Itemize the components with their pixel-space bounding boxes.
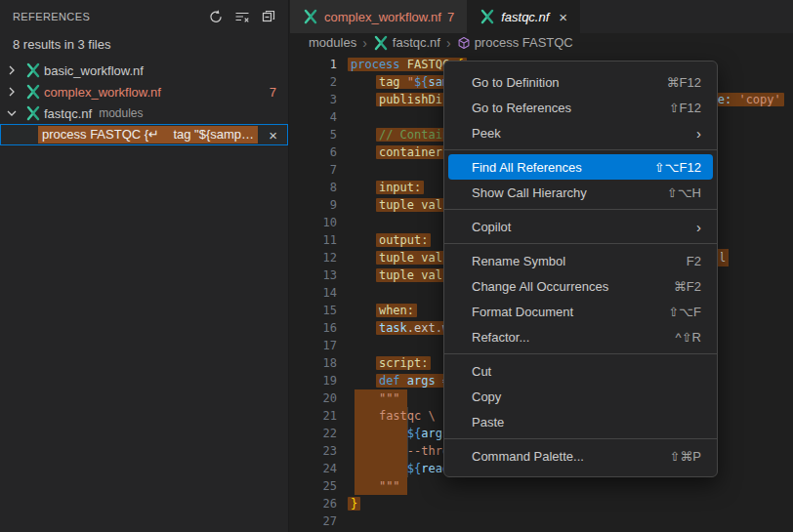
line-content: output: [351,231,428,249]
symbol-module-icon [457,36,471,50]
menu-item-label: Find All References [472,160,654,175]
tab-close-icon[interactable]: × [559,9,567,25]
menu-item-shortcut: ^⇧R [676,330,701,345]
tab-problem-badge: 7 [447,10,454,24]
file-result-row-fastqc-nf[interactable]: fastqc.nfmodules [0,102,288,124]
line-number: 3 [290,91,337,108]
chevron-down-icon[interactable] [4,105,20,121]
menu-item-label: Rename Symbol [472,254,687,268]
chevron-right-icon[interactable] [4,62,20,78]
menu-item-shortcut: ⇧⌥F12 [654,160,701,175]
menu-item-cut[interactable]: Cut [448,358,713,384]
code-line-26[interactable]: 26} [290,495,793,512]
file-result-row-complex_workflow-nf[interactable]: complex_workflow.nf7 [0,81,288,102]
breadcrumb-item-process-FASTQC[interactable]: process FASTQC [457,35,573,50]
nextflow-file-icon [480,9,495,24]
line-number: 19 [290,372,337,389]
line-number: 7 [290,161,337,179]
dismiss-result-icon[interactable]: × [269,128,277,143]
menu-item-change-all-occurrences[interactable]: Change All Occurrences⌘F2 [448,273,713,299]
line-number: 10 [290,214,337,231]
menu-item-label: Go to Definition [472,75,667,90]
breadcrumb-item-fastqc-nf[interactable]: fastqc.nf [373,35,440,51]
references-panel-header: REFERENCES [0,0,288,33]
code-line-25[interactable]: 25 """ [290,477,793,495]
line-number: 25 [290,477,337,495]
match-text: process FASTQC {↵ tag "${samp… [38,126,258,143]
menu-item-label: Peek [472,126,696,141]
tab-fastqc-nf[interactable]: fastqc.nf× [467,0,580,33]
breadcrumb-label: process FASTQC [475,35,573,50]
file-name: complex_workflow.nf [44,85,161,100]
vscode-window: REFERENCES 8 results in 3 files basic_wo… [0,0,793,532]
collapse-all-icon[interactable] [259,7,278,26]
line-number: 17 [290,337,337,354]
file-name: fastqc.nf [44,106,92,121]
reference-result-item-selected[interactable]: process FASTQC {↵ tag "${samp…× [0,124,288,145]
line-number: 27 [290,512,337,530]
line-content: """ [351,477,400,495]
line-number: 15 [290,302,337,319]
result-count-badge: 7 [270,85,276,100]
menu-item-copy[interactable]: Copy [448,384,713,409]
line-number: 12 [290,249,337,266]
menu-item-show-call-hierarchy[interactable]: Show Call Hierarchy⇧⌥H [448,180,713,205]
menu-separator [444,438,717,439]
nextflow-file-icon [373,35,389,51]
submenu-chevron-icon: › [696,126,701,141]
tab-complex_workflow-nf[interactable]: complex_workflow.nf7 [290,0,467,33]
line-number: 23 [290,442,337,460]
nextflow-file-icon [25,105,41,121]
menu-item-copilot[interactable]: Copilot› [448,214,713,239]
menu-item-go-to-references[interactable]: Go to References⇧F12 [448,95,713,120]
file-result-row-basic_workflow-nf[interactable]: basic_workflow.nf [0,60,288,81]
reference-match-highlight: output: [376,233,432,247]
menu-item-shortcut: ⌘F12 [667,75,701,90]
menu-item-shortcut: ⌘F2 [674,279,701,294]
reference-match-highlight: script: [376,356,432,370]
reference-match-highlight: input: [376,181,424,194]
refresh-icon[interactable] [206,7,226,26]
line-number: 13 [290,266,337,284]
line-number: 20 [290,389,337,407]
line-number: 4 [290,108,337,126]
tab-label: fastqc.nf [501,10,549,24]
menu-item-command-palette[interactable]: Command Palette...⇧⌘P [448,443,713,469]
menu-item-refactor[interactable]: Refactor...^⇧R [448,324,713,349]
menu-item-shortcut: ⇧⌘P [669,449,701,464]
results-summary: 8 results in 3 files [0,33,288,60]
file-description: modules [99,106,143,120]
menu-separator [444,209,717,210]
menu-item-format-document[interactable]: Format Document⇧⌥F [448,299,713,324]
breadcrumb-separator-icon: › [446,35,451,51]
menu-item-go-to-definition[interactable]: Go to Definition⌘F12 [448,69,713,95]
menu-item-rename-symbol[interactable]: Rename SymbolF2 [448,248,713,273]
line-content: """ [351,389,400,407]
editor-group: complex_workflow.nf7fastqc.nf× modules›f… [290,0,793,532]
chevron-right-icon[interactable] [4,84,20,100]
breadcrumb-item-modules[interactable]: modules [309,35,356,50]
menu-item-label: Paste [472,415,701,430]
reference-match-highlight: when: [376,304,417,317]
menu-separator [444,149,717,150]
line-number: 2 [290,73,337,91]
line-number: 22 [290,425,337,442]
menu-item-paste[interactable]: Paste [448,409,713,434]
line-number: 11 [290,231,337,249]
nextflow-file-icon [25,84,41,100]
line-number: 16 [290,319,337,337]
menu-item-find-all-references[interactable]: Find All References⇧⌥F12 [448,154,713,180]
menu-item-peek[interactable]: Peek› [448,120,713,145]
tab-label: complex_workflow.nf [324,10,441,24]
menu-item-label: Cut [472,364,701,379]
breadcrumb-label: modules [309,35,356,50]
nextflow-file-icon [25,62,41,78]
line-content: input: [351,179,421,196]
breadcrumb-label: fastqc.nf [393,35,440,50]
clear-results-icon[interactable] [232,7,252,26]
breadcrumb-separator-icon: › [362,35,367,51]
line-number: 18 [290,354,337,372]
code-line-27[interactable]: 27 [290,512,793,530]
line-number: 21 [290,407,337,425]
line-number: 6 [290,143,337,161]
